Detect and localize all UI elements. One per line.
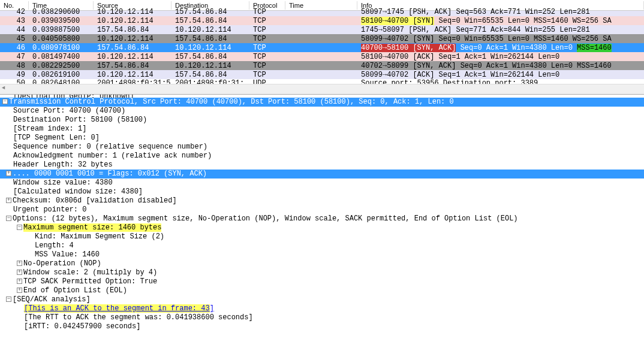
packet-cell-info: 58100→40700 [ACK] Seq=1 Ack=1 Win=262144… bbox=[357, 53, 644, 61]
packet-cell: 0.040505800 bbox=[29, 35, 94, 43]
detail-mss-text: Maximum segment size: 1460 bytes bbox=[23, 223, 161, 232]
detail-mss[interactable]: −Maximum segment size: 1460 bytes bbox=[0, 223, 644, 232]
packet-row[interactable]: 480.082292500157.54.86.8410.120.12.114TC… bbox=[0, 61, 644, 70]
packet-cell: 45 bbox=[0, 35, 29, 43]
packet-cell: 47 bbox=[0, 53, 29, 61]
packet-cell: 44 bbox=[0, 26, 29, 34]
packet-cell: 10.120.12.114 bbox=[94, 71, 171, 79]
packet-cell-info: 1745→58097 [PSH, ACK] Seq=771 Ack=844 Wi… bbox=[357, 26, 644, 34]
packet-row[interactable]: 500.0826481002001:4898:f0:31:52001:4898:… bbox=[0, 79, 644, 84]
detail-seqack[interactable]: −[SEQ/ACK analysis] bbox=[0, 295, 644, 304]
packet-cell: TCP bbox=[249, 8, 285, 16]
horizontal-scrollbar[interactable] bbox=[0, 84, 644, 94]
tree-collapse-icon[interactable]: − bbox=[2, 99, 8, 104]
packet-cell: 157.54.86.84 bbox=[94, 26, 171, 34]
detail-wscale[interactable]: +Window scale: 2 (multiply by 4) bbox=[0, 268, 644, 277]
packet-row[interactable]: 470.08149740010.120.12.114157.54.86.84TC… bbox=[0, 52, 644, 61]
detail-checksum-text: Checksum: 0x806d [validation disabled] bbox=[13, 196, 177, 205]
packet-row[interactable]: 450.04050580010.120.12.114157.54.86.84TC… bbox=[0, 34, 644, 43]
tree-collapse-icon[interactable]: − bbox=[6, 216, 11, 221]
detail-flags[interactable]: +.... 0000 0001 0010 = Flags: 0x012 (SYN… bbox=[0, 170, 644, 179]
detail-irtt[interactable]: [iRTT: 0.042457900 seconds] bbox=[0, 322, 644, 331]
packet-cell: 10.120.12.114 bbox=[94, 35, 171, 43]
packet-cell: 0.039887500 bbox=[29, 26, 94, 34]
detail-eol[interactable]: +End of Option List (EOL) bbox=[0, 286, 644, 295]
detail-mss-length[interactable]: Length: 4 bbox=[0, 241, 644, 250]
packet-row[interactable]: 460.080978100157.54.86.8410.120.12.114TC… bbox=[0, 43, 644, 52]
detail-tcp-seg-len[interactable]: [TCP Segment Len: 0] bbox=[0, 134, 644, 143]
packet-cell: 0.081497400 bbox=[29, 53, 94, 61]
packet-cell: 0.080978100 bbox=[29, 44, 94, 52]
detail-ack-frame-close: ] bbox=[210, 304, 214, 313]
packet-cell: 42 bbox=[0, 8, 29, 16]
packet-cell: TCP bbox=[249, 26, 285, 34]
packet-cell: 10.120.12.114 bbox=[171, 62, 249, 70]
packet-cell-info: 40700→58100 [SYN, ACK] Seq=0 Ack=1 Win=4… bbox=[357, 44, 644, 52]
detail-nop[interactable]: +No-Operation (NOP) bbox=[0, 259, 644, 268]
detail-win-size[interactable]: Window size value: 4380 bbox=[0, 179, 644, 187]
detail-mss-kind[interactable]: Kind: Maximum Segment Size (2) bbox=[0, 232, 644, 241]
tree-expand-icon[interactable]: + bbox=[6, 171, 11, 176]
packet-row[interactable]: 420.03829060010.120.12.114157.54.86.84TC… bbox=[0, 11, 644, 16]
packet-details-pane: [Destination GeoIP: Unknown] −Transmissi… bbox=[0, 95, 644, 332]
detail-urgent[interactable]: Urgent pointer: 0 bbox=[0, 205, 644, 214]
packet-cell-info: 58099→40702 [ACK] Seq=1 Ack=1 Win=262144… bbox=[357, 71, 644, 79]
detail-flags-text: .... 0000 0001 0010 = Flags: 0x012 (SYN,… bbox=[13, 170, 207, 178]
detail-tcp-header[interactable]: −Transmission Control Protocol, Src Port… bbox=[0, 98, 644, 107]
detail-rtt[interactable]: [The RTT to ACK the segment was: 0.04193… bbox=[0, 313, 644, 322]
tree-collapse-icon[interactable]: − bbox=[17, 225, 22, 230]
packet-cell: 48 bbox=[0, 62, 29, 70]
detail-eol-text: End of Option List (EOL) bbox=[23, 286, 127, 295]
detail-options-text: Options: (12 bytes), Maximum segment siz… bbox=[13, 214, 518, 223]
packet-cell: 0.039039500 bbox=[29, 17, 94, 25]
tree-expand-icon[interactable]: + bbox=[17, 288, 22, 293]
tree-collapse-icon[interactable]: − bbox=[6, 297, 11, 302]
packet-row[interactable]: 490.08261910010.120.12.114157.54.86.84TC… bbox=[0, 70, 644, 79]
packet-cell: TCP bbox=[249, 62, 285, 70]
packet-list-pane: No. Time Source Destination Protocol Tim… bbox=[0, 0, 644, 95]
tree-expand-icon[interactable]: + bbox=[17, 279, 22, 284]
packet-cell: 10.120.12.114 bbox=[171, 44, 249, 52]
detail-seq-num[interactable]: Sequence number: 0 (relative sequence nu… bbox=[0, 143, 644, 152]
detail-ack-frame-link[interactable]: [This is an ACK to the segment in frame: bbox=[24, 304, 201, 313]
detail-ack-num[interactable]: Acknowledgment number: 1 (relative ack n… bbox=[0, 152, 644, 161]
detail-checksum[interactable]: +Checksum: 0x806d [validation disabled] bbox=[0, 196, 644, 205]
packet-cell-info: 58099→40702 [SYN] Seq=0 Win=65535 Len=0 … bbox=[357, 35, 644, 43]
packet-cell: TCP bbox=[249, 71, 285, 79]
detail-mss-value[interactable]: MSS Value: 1460 bbox=[0, 250, 644, 259]
packet-cell: 157.54.86.84 bbox=[171, 17, 249, 25]
packet-cell: 157.54.86.84 bbox=[171, 35, 249, 43]
packet-cell: 10.120.12.114 bbox=[94, 17, 171, 25]
packet-cell: 0.082292500 bbox=[29, 62, 94, 70]
tree-expand-icon[interactable]: + bbox=[6, 198, 11, 203]
detail-ack-frame[interactable]: [This is an ACK to the segment in frame:… bbox=[0, 304, 644, 313]
detail-calc-win[interactable]: [Calculated window size: 4380] bbox=[0, 187, 644, 196]
packet-cell-info: 40702→58099 [SYN, ACK] Seq=0 Ack=1 Win=4… bbox=[357, 62, 644, 70]
packet-cell: 10.120.12.114 bbox=[94, 53, 171, 61]
tree-expand-icon[interactable]: + bbox=[17, 261, 22, 266]
detail-tcp-header-text: Transmission Control Protocol, Src Port:… bbox=[9, 98, 454, 106]
packet-row[interactable]: 430.03903950010.120.12.114157.54.86.84TC… bbox=[0, 16, 644, 25]
packet-cell: TCP bbox=[249, 35, 285, 43]
packet-cell: 0.082619100 bbox=[29, 71, 94, 79]
detail-hdr-len[interactable]: Header Length: 32 bytes bbox=[0, 161, 644, 170]
detail-sack-text: TCP SACK Permitted Option: True bbox=[23, 277, 157, 286]
col-header-time2[interactable]: Time bbox=[285, 1, 357, 10]
packet-cell-info: 58100→40700 [SYN] Seq=0 Win=65535 Len=0 … bbox=[357, 17, 644, 25]
detail-dst-port[interactable]: Destination Port: 58100 (58100) bbox=[0, 116, 644, 125]
detail-wscale-text: Window scale: 2 (multiply by 4) bbox=[23, 268, 157, 277]
packet-cell-info: 58097→1745 [PSH, ACK] Seq=563 Ack=771 Wi… bbox=[357, 8, 644, 16]
packet-cell: 157.54.86.84 bbox=[171, 71, 249, 79]
detail-ack-frame-num[interactable]: 43 bbox=[201, 304, 209, 313]
detail-src-port[interactable]: Source Port: 40700 (40700) bbox=[0, 107, 644, 116]
packet-row[interactable]: 440.039887500157.54.86.8410.120.12.114TC… bbox=[0, 25, 644, 34]
detail-options[interactable]: −Options: (12 bytes), Maximum segment si… bbox=[0, 214, 644, 223]
detail-sack[interactable]: +TCP SACK Permitted Option: True bbox=[0, 277, 644, 286]
detail-stream-index[interactable]: [Stream index: 1] bbox=[0, 125, 644, 134]
tree-expand-icon[interactable]: + bbox=[17, 270, 22, 275]
packet-rows: 420.03829060010.120.12.114157.54.86.84TC… bbox=[0, 11, 644, 84]
packet-cell: 157.54.86.84 bbox=[94, 62, 171, 70]
packet-cell: TCP bbox=[249, 17, 285, 25]
packet-cell: 49 bbox=[0, 71, 29, 79]
packet-cell: 157.54.86.84 bbox=[94, 44, 171, 52]
